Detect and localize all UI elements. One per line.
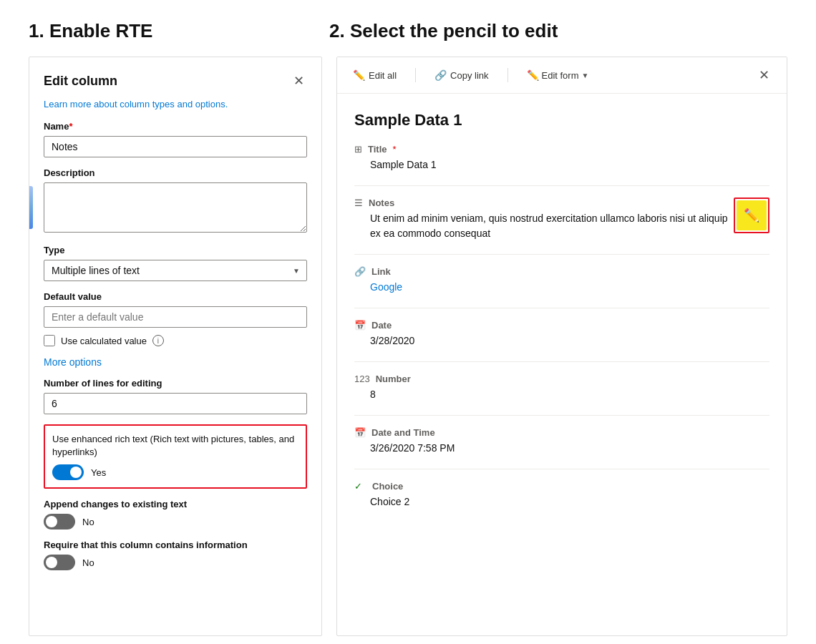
form-field-choice: ✓ Choice Choice 2 [354,481,769,509]
form-field-number: 123 Number 8 [354,374,769,402]
require-toggle[interactable] [44,555,75,570]
name-input[interactable] [44,136,307,157]
heading2: 2. Select the pencil to edit [329,20,558,42]
choice-field-value: Choice 2 [370,494,769,509]
form-field-notes: ☰ Notes Ut enim ad minim veniam, quis no… [354,197,769,241]
description-textarea[interactable] [44,182,307,233]
rich-text-toggle[interactable] [52,464,84,480]
choice-checkmark-icon: ✓ [354,481,362,492]
form-field-date: 📅 Date 3/28/2020 [354,320,769,348]
field-divider-3 [354,308,769,308]
toolbar-separator-2 [507,68,508,82]
datetime-field-name: Date and Time [371,427,435,438]
field-divider-6 [354,469,769,469]
append-toggle-label: No [82,517,94,527]
copy-link-label: Copy link [450,70,488,81]
pencil-edit-button[interactable]: ✏️ [737,200,767,230]
edit-all-icon: ✏️ [353,69,365,81]
number-field-name: Number [376,374,411,384]
edit-form-chevron: ▼ [582,72,589,79]
heading1: 1. Enable RTE [29,20,329,42]
form-title: Sample Data 1 [354,111,769,130]
use-calculated-label: Use calculated value [61,336,147,346]
append-label: Append changes to existing text [44,499,307,509]
number-lines-input[interactable] [44,393,307,414]
info-icon[interactable]: i [152,335,164,346]
name-label: Name* [44,121,307,132]
date-field-value: 3/28/2020 [370,333,769,348]
datetime-field-value: 3/26/2020 7:58 PM [370,441,769,456]
field-divider-1 [354,185,769,186]
require-label: Require that this column contains inform… [44,540,307,550]
pencil-highlight-border: ✏️ [734,197,769,233]
form-field-link: 🔗 Link Google [354,266,769,295]
link-field-name: Link [371,266,391,277]
name-required-star: * [69,121,72,132]
edit-form-icon: ✏️ [527,69,539,81]
title-required-dot: * [393,144,397,155]
rich-text-toggle-label: Yes [91,467,106,478]
field-divider-5 [354,415,769,416]
type-label: Type [44,245,307,255]
form-toolbar: ✏️ Edit all 🔗 Copy link ✏️ Edit form ▼ ✕ [337,57,787,94]
form-field-datetime: 📅 Date and Time 3/26/2020 7:58 PM [354,427,769,456]
learn-more-link[interactable]: Learn more about column types and option… [44,99,307,109]
edit-all-button[interactable]: ✏️ Edit all [349,67,401,84]
number-field-value: 8 [370,387,769,402]
title-field-icon: ⊞ [354,144,362,155]
panel-title: Edit column [44,74,117,89]
edit-form-button[interactable]: ✏️ Edit form ▼ [523,67,593,84]
require-toggle-label: No [82,557,94,568]
number-lines-label: Number of lines for editing [44,378,307,389]
link-field-icon: 🔗 [354,266,366,277]
notes-field-icon: ☰ [354,197,363,208]
edit-column-panel: Edit column ✕ Learn more about column ty… [29,57,322,636]
title-field-name: Title [368,144,387,155]
pencil-button-container: ✏️ [734,197,769,233]
default-value-input[interactable] [44,306,307,328]
type-select[interactable]: Multiple lines of text [44,260,307,281]
datetime-field-icon: 📅 [354,427,366,438]
notes-field-name: Notes [369,197,394,208]
copy-link-button[interactable]: 🔗 Copy link [430,67,492,84]
more-options-link[interactable]: More options [44,356,307,368]
number-field-icon: 123 [354,374,370,384]
rich-text-description: Use enhanced rich text (Rich text with p… [52,433,298,459]
date-field-name: Date [371,320,392,331]
link-anchor[interactable]: Google [370,281,402,293]
field-divider-2 [354,254,769,255]
description-label: Description [44,167,307,178]
field-divider-4 [354,361,769,362]
notes-field-value: Ut enim ad minim veniam, quis nostrud ex… [370,211,734,241]
rich-text-box: Use enhanced rich text (Rich text with p… [44,424,307,489]
form-field-title: ⊞ Title * Sample Data 1 [354,144,769,172]
date-field-icon: 📅 [354,320,366,331]
close-form-button[interactable]: ✕ [753,64,775,86]
copy-link-icon: 🔗 [434,69,447,81]
default-value-label: Default value [44,291,307,302]
edit-all-label: Edit all [369,70,397,81]
toolbar-separator-1 [415,68,416,82]
title-field-value: Sample Data 1 [370,157,769,172]
edit-form-label: Edit form [542,70,579,81]
link-field-value: Google [370,280,769,295]
form-body: Sample Data 1 ⊞ Title * Sample Data 1 ☰ [337,94,787,540]
edit-form-panel: ✏️ Edit all 🔗 Copy link ✏️ Edit form ▼ ✕… [336,57,787,636]
choice-field-name: Choice [372,481,403,492]
append-toggle[interactable] [44,514,75,530]
close-panel-button[interactable]: ✕ [291,72,307,90]
use-calculated-checkbox[interactable] [44,335,55,346]
